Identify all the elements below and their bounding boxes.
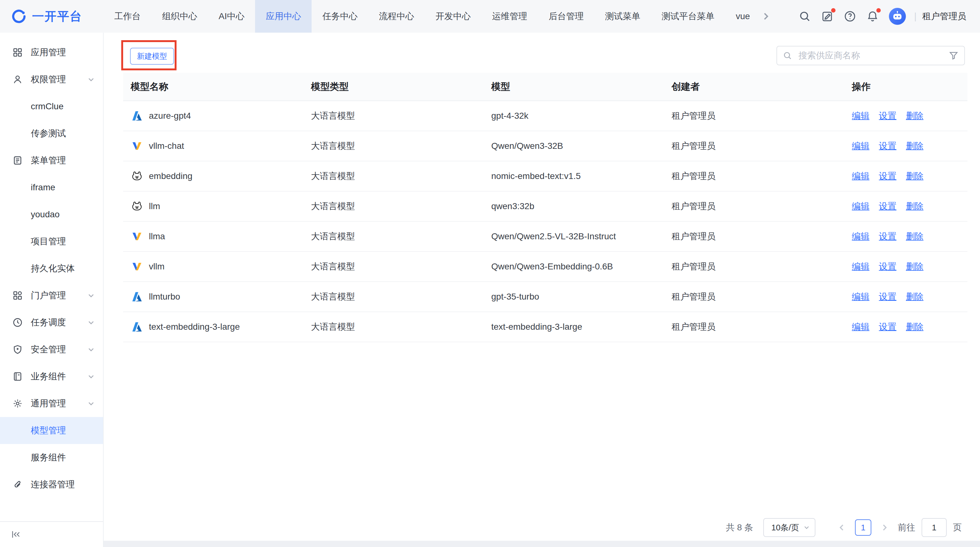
topnav-item-11[interactable]: 测试平台菜单 xyxy=(651,0,725,33)
sidebar-item-label: youdao xyxy=(31,210,60,219)
model-name-cell: llmturbo xyxy=(123,291,304,303)
action-settings-link[interactable]: 设置 xyxy=(879,231,896,242)
creator-cell: 租户管理员 xyxy=(664,231,844,242)
filter-icon[interactable] xyxy=(948,51,959,60)
logo-icon xyxy=(11,9,26,24)
chevron-down-icon xyxy=(88,373,95,380)
model-name: text-embedding-3-large xyxy=(149,322,240,332)
action-edit-link[interactable]: 编辑 xyxy=(852,261,869,273)
topnav-item-6[interactable]: 流程中心 xyxy=(368,0,425,33)
collapse-sidebar-icon[interactable] xyxy=(11,529,21,540)
current-page[interactable]: 1 xyxy=(855,519,871,536)
topnav-item-2[interactable]: 组织中心 xyxy=(151,0,208,33)
sidebar-item[interactable]: youdao xyxy=(0,201,103,228)
model-id-cell: Qwen/Qwen2.5-VL-32B-Instruct xyxy=(484,231,664,242)
sidebar-item[interactable]: iframe xyxy=(0,174,103,201)
help-icon[interactable] xyxy=(844,10,856,22)
topnav-item-1[interactable]: 工作台 xyxy=(103,0,151,33)
sidebar-item[interactable]: 模型管理 xyxy=(0,417,103,444)
logo-text: 一开平台 xyxy=(32,8,82,24)
sidebar-item[interactable]: 持久化实体 xyxy=(0,255,103,282)
assistant-avatar[interactable] xyxy=(889,8,906,25)
action-delete-link[interactable]: 删除 xyxy=(906,200,923,212)
sidebar-item-label: 持久化实体 xyxy=(31,262,75,274)
creator-cell: 租户管理员 xyxy=(664,200,844,212)
next-page-icon[interactable] xyxy=(880,523,889,532)
topnav-menu: 工作台组织中心AI中心应用中心任务中心流程中心开发中心运维管理后台管理测试菜单测… xyxy=(103,0,761,33)
search-icon[interactable] xyxy=(799,10,811,22)
sidebar-item[interactable]: 项目管理 xyxy=(0,228,103,255)
vendor-search-input[interactable] xyxy=(797,50,948,61)
action-delete-link[interactable]: 删除 xyxy=(906,170,923,182)
topnav-right: | 租户管理员 xyxy=(794,0,980,33)
topnav-item-10[interactable]: 测试菜单 xyxy=(594,0,651,33)
topnav-item-8[interactable]: 运维管理 xyxy=(481,0,538,33)
sidebar-item-label: 应用管理 xyxy=(31,46,66,59)
goto-page-input[interactable] xyxy=(921,518,947,537)
search-box xyxy=(776,46,965,65)
chevron-down-icon xyxy=(88,400,95,407)
sidebar-item[interactable]: 任务调度 xyxy=(0,309,103,336)
bell-icon[interactable] xyxy=(866,10,879,22)
action-settings-link[interactable]: 设置 xyxy=(879,170,896,182)
model-type-cell: 大语言模型 xyxy=(304,261,484,273)
action-edit-link[interactable]: 编辑 xyxy=(852,200,869,212)
logo[interactable]: 一开平台 xyxy=(0,0,103,33)
nav-scroll-right-icon[interactable] xyxy=(761,11,771,21)
new-model-button[interactable]: 新建模型 xyxy=(130,48,174,65)
sidebar-item[interactable]: 应用管理 xyxy=(0,39,103,66)
chevron-down-icon xyxy=(88,292,95,299)
total-count: 共 8 条 xyxy=(726,522,753,534)
sidebar-item[interactable]: 传参测试 xyxy=(0,120,103,147)
action-edit-link[interactable]: 编辑 xyxy=(852,170,869,182)
action-settings-link[interactable]: 设置 xyxy=(879,110,896,122)
action-delete-link[interactable]: 删除 xyxy=(906,140,923,152)
topnav-item-12[interactable]: vue xyxy=(725,0,760,33)
model-type-cell: 大语言模型 xyxy=(304,140,484,152)
action-settings-link[interactable]: 设置 xyxy=(879,321,896,333)
action-edit-link[interactable]: 编辑 xyxy=(852,321,869,333)
action-settings-link[interactable]: 设置 xyxy=(879,140,896,152)
column-header: 模型类型 xyxy=(304,80,484,93)
action-edit-link[interactable]: 编辑 xyxy=(852,291,869,303)
compose-icon[interactable] xyxy=(821,10,834,22)
model-id-cell: Qwen/Qwen3-32B xyxy=(484,141,664,151)
sidebar-item[interactable]: 菜单管理 xyxy=(0,147,103,174)
topnav-item-7[interactable]: 开发中心 xyxy=(425,0,481,33)
action-delete-link[interactable]: 删除 xyxy=(906,321,923,333)
goto-label: 前往 xyxy=(898,522,915,534)
sidebar-item[interactable]: 通用管理 xyxy=(0,390,103,417)
page-size-select[interactable]: 10条/页 xyxy=(763,518,815,537)
action-settings-link[interactable]: 设置 xyxy=(879,261,896,273)
topnav-item-5[interactable]: 任务中心 xyxy=(312,0,368,33)
sidebar-item[interactable]: 权限管理 xyxy=(0,66,103,93)
action-delete-link[interactable]: 删除 xyxy=(906,291,923,303)
user-role[interactable]: 租户管理员 xyxy=(922,10,966,22)
topnav-item-9[interactable]: 后台管理 xyxy=(538,0,594,33)
topnav-item-4[interactable]: 应用中心 xyxy=(255,0,312,33)
model-name: vllm xyxy=(149,262,165,272)
action-edit-link[interactable]: 编辑 xyxy=(852,231,869,242)
sidebar-item[interactable]: 服务组件 xyxy=(0,444,103,471)
sidebar-item[interactable]: 安全管理 xyxy=(0,336,103,363)
azure-logo-icon xyxy=(130,291,143,303)
model-name: vllm-chat xyxy=(149,141,184,151)
action-delete-link[interactable]: 删除 xyxy=(906,110,923,122)
action-delete-link[interactable]: 删除 xyxy=(906,261,923,273)
topnav-item-3[interactable]: AI中心 xyxy=(208,0,255,33)
action-edit-link[interactable]: 编辑 xyxy=(852,140,869,152)
sidebar-item[interactable]: 业务组件 xyxy=(0,363,103,390)
actions-cell: 编辑设置删除 xyxy=(844,261,967,273)
sidebar-item[interactable]: 门户管理 xyxy=(0,282,103,309)
sidebar-item[interactable]: 连接器管理 xyxy=(0,471,103,498)
models-table: 模型名称模型类型模型创建者操作 azure-gpt4大语言模型gpt-4-32k… xyxy=(123,73,967,342)
action-settings-link[interactable]: 设置 xyxy=(879,291,896,303)
sidebar-item[interactable]: crmClue xyxy=(0,93,103,120)
page-size-value: 10条/页 xyxy=(772,522,799,533)
action-settings-link[interactable]: 设置 xyxy=(879,200,896,212)
action-delete-link[interactable]: 删除 xyxy=(906,231,923,242)
table-row: azure-gpt4大语言模型gpt-4-32k租户管理员编辑设置删除 xyxy=(123,101,967,131)
action-edit-link[interactable]: 编辑 xyxy=(852,110,869,122)
prev-page-icon[interactable] xyxy=(837,523,846,532)
creator-cell: 租户管理员 xyxy=(664,170,844,182)
